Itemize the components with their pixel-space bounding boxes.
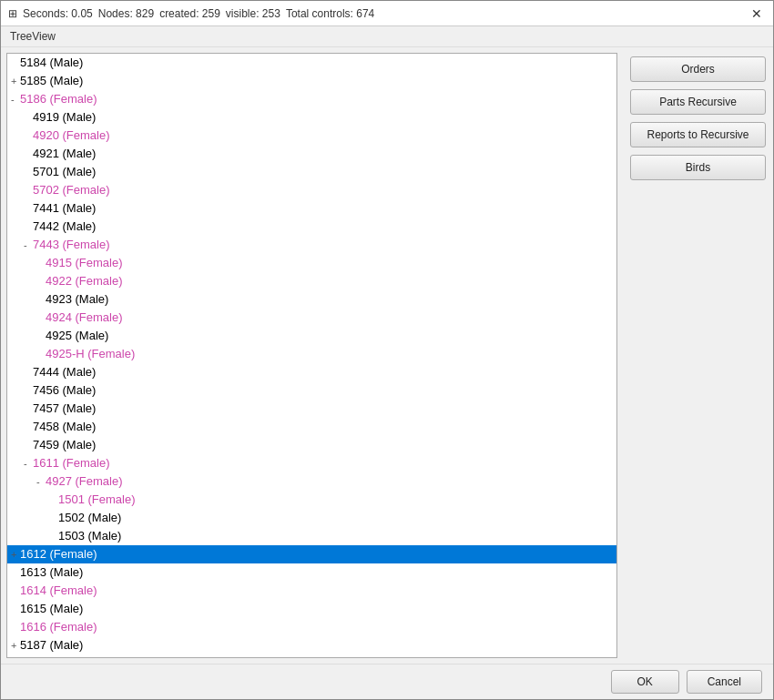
tree-label: 7443 (Female) <box>33 238 110 251</box>
title-icon: ⊞ <box>8 7 17 20</box>
tree-item[interactable]: 7457 (Male) <box>7 400 616 418</box>
tree-label: 5184 (Male) <box>20 56 83 69</box>
stat-visible: visible: 253 <box>226 7 280 20</box>
tree-item[interactable]: 5184 (Male) <box>7 54 616 72</box>
tree-label: 4921 (Male) <box>33 147 96 160</box>
tree-item[interactable]: 1616 (Female) <box>7 618 616 636</box>
tree-item[interactable]: -1611 (Female) <box>7 454 616 472</box>
tree-label: 1612 (Female) <box>20 547 97 561</box>
tree-label: 4923 (Male) <box>46 292 108 306</box>
tree-item[interactable]: 4922 (Female) <box>7 272 616 290</box>
tree-item[interactable]: +1612 (Female) <box>7 545 616 563</box>
tree-label: 4915 (Female) <box>46 256 123 269</box>
orders-button[interactable]: Orders <box>630 56 766 82</box>
stat-nodes: Nodes: 829 <box>98 7 154 20</box>
tree-label: 1615 (Male) <box>20 602 83 615</box>
tree-label: 7444 (Male) <box>33 365 96 379</box>
tree-label: 4924 (Female) <box>46 310 123 324</box>
tree-label: 1502 (Male) <box>58 511 121 524</box>
close-button[interactable]: ✕ <box>748 5 766 23</box>
expand-icon[interactable]: + <box>11 655 20 657</box>
tree-item[interactable]: +5185 (Male) <box>7 72 616 90</box>
tree-item[interactable]: 4925-H (Female) <box>7 345 616 363</box>
tree-panel: 5184 (Male)+5185 (Male)-5186 (Female) 49… <box>6 53 617 658</box>
tree-scroll[interactable]: 5184 (Male)+5185 (Male)-5186 (Female) 49… <box>7 54 616 657</box>
tree-item[interactable]: -7443 (Female) <box>7 236 616 254</box>
tree-item[interactable]: 7444 (Male) <box>7 363 616 381</box>
tree-label: 7457 (Male) <box>33 401 96 415</box>
tree-label: 5188 (Female) <box>20 656 97 657</box>
tree-label: 5185 (Male) <box>20 74 83 87</box>
expand-icon[interactable]: - <box>36 473 46 490</box>
tree-item[interactable]: 1503 (Male) <box>7 527 616 545</box>
expand-icon[interactable]: + <box>11 546 20 563</box>
tree-label: 7458 (Male) <box>33 420 96 433</box>
tree-label: 4919 (Male) <box>33 110 96 124</box>
toolbar-label: TreeView <box>1 26 773 47</box>
tree-item[interactable]: 7459 (Male) <box>7 436 616 454</box>
tree-item[interactable]: +5187 (Male) <box>7 636 616 654</box>
tree-item[interactable]: 5701 (Male) <box>7 163 616 181</box>
sidebar: Orders Parts Recursive Reports to Recurs… <box>623 47 773 664</box>
treeview-label: TreeView <box>10 30 56 43</box>
tree-item[interactable]: 4923 (Male) <box>7 290 616 309</box>
tree-label: 1613 (Male) <box>20 565 83 579</box>
tree-item[interactable]: 1502 (Male) <box>7 509 616 527</box>
stat-created: created: 259 <box>159 7 220 20</box>
tree-item[interactable]: -5186 (Female) <box>7 90 616 108</box>
tree-item[interactable]: 7456 (Male) <box>7 381 616 400</box>
title-bar: ⊞ Seconds: 0.05 Nodes: 829 created: 259 … <box>1 1 773 26</box>
expand-icon[interactable]: + <box>11 637 20 654</box>
title-bar-info: ⊞ Seconds: 0.05 Nodes: 829 created: 259 … <box>8 7 374 20</box>
stat-total: Total controls: 674 <box>286 7 374 20</box>
content-area: 5184 (Male)+5185 (Male)-5186 (Female) 49… <box>1 47 773 664</box>
tree-item[interactable]: 1614 (Female) <box>7 582 616 600</box>
tree-item[interactable]: 7458 (Male) <box>7 418 616 436</box>
tree-label: 1611 (Female) <box>33 456 110 470</box>
tree-item[interactable]: 4925 (Male) <box>7 327 616 345</box>
tree-item[interactable]: -4927 (Female) <box>7 472 616 491</box>
tree-label: 1501 (Female) <box>58 492 136 506</box>
tree-item[interactable]: +5188 (Female) <box>7 654 616 657</box>
tree-item[interactable]: 4915 (Female) <box>7 254 616 272</box>
main-window: ⊞ Seconds: 0.05 Nodes: 829 created: 259 … <box>0 0 774 700</box>
ok-button[interactable]: OK <box>611 670 679 694</box>
tree-item[interactable]: 4921 (Male) <box>7 145 616 163</box>
tree-item[interactable]: 7441 (Male) <box>7 199 616 218</box>
tree-label: 4920 (Female) <box>33 128 110 142</box>
stat-seconds: Seconds: 0.05 <box>23 7 93 20</box>
tree-item[interactable]: 1501 (Female) <box>7 491 616 509</box>
tree-item[interactable]: 1613 (Male) <box>7 563 616 582</box>
parts-recursive-button[interactable]: Parts Recursive <box>630 89 766 115</box>
tree-label: 1616 (Female) <box>20 620 97 634</box>
tree-label: 7459 (Male) <box>33 438 96 451</box>
tree-label: 5187 (Male) <box>20 638 83 652</box>
tree-item[interactable]: 1615 (Male) <box>7 600 616 618</box>
tree-label: 7442 (Male) <box>33 219 96 233</box>
tree-item[interactable]: 4920 (Female) <box>7 127 616 145</box>
tree-item[interactable]: 7442 (Male) <box>7 218 616 236</box>
tree-label: 1503 (Male) <box>58 529 121 543</box>
tree-item[interactable]: 4924 (Female) <box>7 309 616 327</box>
tree-label: 5702 (Female) <box>33 183 110 197</box>
expand-icon[interactable]: - <box>11 91 20 107</box>
bottom-bar: OK Cancel <box>1 664 773 699</box>
tree-label: 5701 (Male) <box>33 165 96 178</box>
tree-label: 4922 (Female) <box>46 274 123 288</box>
expand-icon[interactable]: - <box>24 455 33 472</box>
tree-label: 5186 (Female) <box>20 92 97 106</box>
tree-item[interactable]: 5702 (Female) <box>7 181 616 199</box>
tree-label: 4925-H (Female) <box>46 347 135 360</box>
expand-icon[interactable]: + <box>11 73 20 89</box>
tree-label: 7456 (Male) <box>33 383 96 397</box>
reports-to-recursive-button[interactable]: Reports to Recursive <box>630 122 766 147</box>
tree-label: 4925 (Male) <box>46 329 108 342</box>
tree-item[interactable]: 4919 (Male) <box>7 108 616 127</box>
birds-button[interactable]: Birds <box>630 155 766 180</box>
tree-label: 4927 (Female) <box>46 474 123 488</box>
tree-label: 1614 (Female) <box>20 583 97 597</box>
tree-label: 7441 (Male) <box>33 201 96 215</box>
expand-icon[interactable]: - <box>24 237 33 253</box>
cancel-button[interactable]: Cancel <box>687 670 762 694</box>
